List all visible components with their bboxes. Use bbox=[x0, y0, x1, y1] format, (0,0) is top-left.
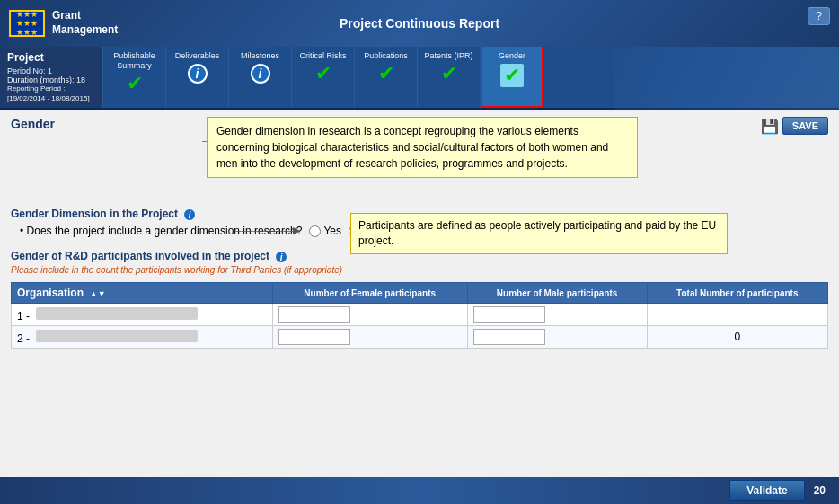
col-organisation-header: Organisation ▲▼ bbox=[12, 283, 273, 304]
main-content: Gender 💾 SAVE ——▶ Gender dimension in re… bbox=[0, 110, 839, 477]
gender-participants-title-text: Gender of R&D participants involved in t… bbox=[11, 250, 269, 262]
participants-tooltip-text: Participants are defined as people activ… bbox=[358, 219, 716, 247]
tab-milestones-label: Milestones bbox=[241, 51, 279, 61]
row1-num: 1 - bbox=[17, 310, 30, 323]
tab-publishable-label: PublishableSummary bbox=[113, 51, 155, 71]
row2-male-cell bbox=[467, 326, 647, 349]
row1-org-name bbox=[36, 307, 198, 320]
row2-org-cell: 2 - bbox=[12, 326, 273, 349]
header-bg-decoration bbox=[614, 47, 839, 110]
tab-patents-label: Patents (IPR) bbox=[424, 51, 472, 61]
gender-tooltip-text: Gender dimension in research is a concep… bbox=[216, 125, 608, 170]
logo-area: ★★★★★★★★★ Grant Management bbox=[9, 9, 118, 37]
tab-gender[interactable]: Gender ✔ bbox=[481, 47, 543, 108]
col-organisation-label: Organisation bbox=[17, 287, 84, 299]
tab-milestones[interactable]: Milestones i bbox=[229, 47, 292, 108]
row2-female-input[interactable] bbox=[278, 329, 350, 345]
tab-publishable-summary[interactable]: PublishableSummary ✔ bbox=[103, 47, 166, 108]
tab-publications[interactable]: Publications ✔ bbox=[355, 47, 418, 108]
table-row: 2 - 0 bbox=[12, 326, 828, 349]
row2-num: 2 - bbox=[17, 332, 30, 345]
save-icon: 💾 bbox=[761, 118, 779, 135]
radio-yes-text: Yes bbox=[323, 225, 341, 237]
gender-tooltip-box: Gender dimension in research is a concep… bbox=[207, 117, 638, 178]
validate-button[interactable]: Validate bbox=[729, 480, 804, 501]
project-info-col: Project Period No: 1 Duration (months): … bbox=[0, 47, 103, 108]
table-row: 1 - bbox=[12, 304, 828, 326]
tab-critical-risks[interactable]: Critical Risks ✔ bbox=[292, 47, 355, 108]
participants-tooltip-arrow: ——————▶ bbox=[234, 225, 300, 236]
gender-participants-info-icon[interactable]: i bbox=[275, 251, 287, 263]
publishable-check-icon: ✔ bbox=[127, 74, 143, 93]
participants-tooltip-box: Participants are defined as people activ… bbox=[350, 213, 728, 254]
gender-participants-note: Please include in the count the particip… bbox=[11, 265, 828, 275]
tab-publications-label: Publications bbox=[364, 51, 408, 61]
row1-male-input[interactable] bbox=[473, 306, 545, 323]
radio-yes-label[interactable]: Yes bbox=[309, 225, 341, 237]
col-male-header: Number of Male participants bbox=[467, 283, 647, 304]
critical-risks-check-icon: ✔ bbox=[315, 64, 331, 84]
save-button[interactable]: SAVE bbox=[782, 117, 828, 135]
col-female-header: Number of Female participants bbox=[272, 283, 467, 304]
gender-check-bg: ✔ bbox=[500, 64, 524, 87]
row1-female-input[interactable] bbox=[278, 306, 350, 323]
help-button[interactable]: ? bbox=[808, 7, 830, 25]
project-label: Project bbox=[7, 51, 95, 64]
patents-check-icon: ✔ bbox=[441, 64, 457, 84]
bottom-bar: Validate 20 bbox=[0, 477, 839, 504]
gender-participants-section: Gender of R&D participants involved in t… bbox=[11, 250, 828, 349]
row2-org-name bbox=[36, 330, 198, 342]
report-title: Project Continuous Report bbox=[340, 16, 499, 31]
row1-total-cell bbox=[647, 304, 827, 326]
gender-check-icon: ✔ bbox=[504, 64, 520, 86]
sort-icon[interactable]: ▲▼ bbox=[90, 289, 106, 298]
nav-tabs-row: Project Period No: 1 Duration (months): … bbox=[0, 47, 839, 110]
tab-patents[interactable]: Patents (IPR) ✔ bbox=[418, 47, 481, 108]
project-period: Period No: 1 Duration (months): 18 Repor… bbox=[7, 66, 95, 103]
row2-male-input[interactable] bbox=[473, 329, 545, 345]
gender-dimension-info-icon[interactable]: i bbox=[183, 208, 196, 221]
page-number: 20 bbox=[814, 484, 826, 497]
tab-deliverables[interactable]: Deliverables i bbox=[166, 47, 229, 108]
publications-check-icon: ✔ bbox=[378, 64, 394, 84]
row1-org-cell: 1 - bbox=[12, 304, 273, 326]
deliverables-info-icon: i bbox=[188, 64, 208, 84]
gender-dimension-title-text: Gender Dimension in the Project bbox=[11, 208, 178, 220]
row2-total-cell: 0 bbox=[647, 326, 827, 349]
tab-critical-risks-label: Critical Risks bbox=[299, 51, 346, 61]
tab-deliverables-label: Deliverables bbox=[175, 51, 220, 61]
row1-male-cell bbox=[467, 304, 647, 326]
col-total-header: Total Number of participants bbox=[647, 283, 827, 304]
participants-table: Organisation ▲▼ Number of Female partici… bbox=[11, 282, 828, 349]
radio-yes[interactable] bbox=[309, 225, 321, 237]
app-name: Grant Management bbox=[52, 9, 118, 37]
save-btn-row: 💾 SAVE bbox=[761, 117, 828, 135]
tab-gender-label: Gender bbox=[499, 51, 525, 61]
row1-female-cell bbox=[272, 304, 467, 326]
milestones-info-icon: i bbox=[251, 64, 270, 84]
top-bar: ★★★★★★★★★ Grant Management Project Conti… bbox=[0, 0, 839, 47]
eu-logo: ★★★★★★★★★ bbox=[9, 10, 45, 37]
row2-female-cell bbox=[272, 326, 467, 349]
